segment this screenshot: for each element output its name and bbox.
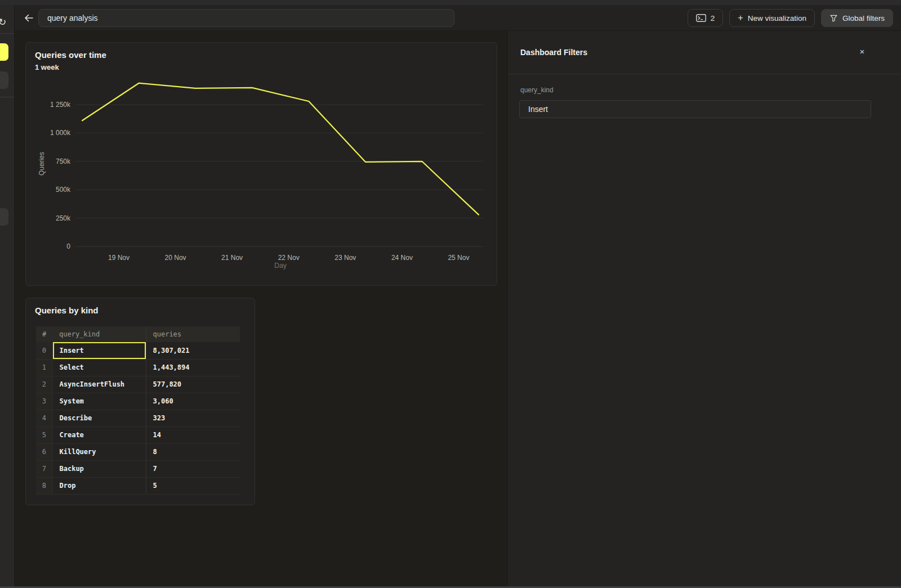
svg-text:Day: Day: [274, 262, 287, 270]
svg-text:21 Nov: 21 Nov: [221, 254, 243, 262]
dashboard-canvas: Queries over time 1 week 1 250k1 000k750…: [15, 31, 507, 588]
svg-text:24 Nov: 24 Nov: [391, 254, 413, 262]
row-index: 8: [36, 477, 52, 494]
query-kind-cell[interactable]: Drop: [52, 477, 146, 494]
row-index: 1: [36, 359, 52, 376]
queries-count-cell[interactable]: 14: [146, 427, 240, 443]
queries-count-cell[interactable]: 5: [146, 477, 240, 494]
query-kind-filter-label: query_kind: [520, 86, 554, 94]
query-kind-cell[interactable]: KillQuery: [52, 443, 146, 460]
table-row: 5Create14: [36, 427, 240, 443]
query-kind-filter-select[interactable]: Insert: [519, 100, 871, 118]
queries-by-kind-card[interactable]: Queries by kind # query_kind queries 0In…: [25, 298, 255, 505]
queries-count-cell[interactable]: 577,820: [146, 376, 240, 393]
svg-text:1 250k: 1 250k: [50, 101, 71, 109]
panel-divider: [508, 74, 901, 74]
top-bar: 2 + New visualization Global filters: [15, 5, 901, 31]
table-row: 6KillQuery8: [36, 443, 240, 460]
svg-text:750k: 750k: [56, 158, 71, 165]
table-row: 3System3,060: [36, 393, 240, 410]
query-kind-cell[interactable]: Backup: [52, 460, 146, 477]
chart-subtitle: 1 week: [35, 63, 59, 71]
column-header-queries[interactable]: queries: [146, 326, 240, 342]
query-kind-cell[interactable]: System: [52, 393, 146, 410]
queries-by-kind-table: # query_kind queries 0Insert8,307,0211Se…: [36, 326, 240, 495]
global-filters-label: Global filters: [842, 14, 885, 23]
table-title: Queries by kind: [35, 306, 99, 315]
row-index: 0: [36, 342, 52, 359]
dashboard-title-input[interactable]: [38, 9, 454, 27]
queries-over-time-chart: 1 250k1 000k750k500k250k019 Nov20 Nov21 …: [26, 43, 498, 286]
svg-text:Queries: Queries: [38, 152, 46, 176]
row-index: 2: [36, 376, 52, 393]
column-header-index[interactable]: #: [36, 326, 52, 342]
table-row: 2AsyncInsertFlush577,820: [36, 376, 240, 393]
svg-text:250k: 250k: [56, 214, 71, 222]
query-kind-cell[interactable]: Describe: [52, 410, 146, 427]
svg-text:23 Nov: 23 Nov: [334, 254, 356, 262]
query-kind-cell[interactable]: Select: [52, 359, 146, 376]
row-index: 7: [36, 460, 52, 477]
refresh-icon[interactable]: ↻: [0, 16, 9, 29]
sidebar-item-workspace-2[interactable]: [0, 71, 8, 89]
svg-text:0: 0: [66, 243, 70, 250]
row-index: 6: [36, 443, 52, 460]
funnel-icon: [829, 14, 838, 23]
console-count: 2: [711, 14, 715, 23]
terminal-window-icon: [696, 14, 706, 22]
table-row: 1Select1,443,894: [36, 359, 240, 376]
queries-count-cell[interactable]: 1,443,894: [146, 359, 240, 376]
queries-count-cell[interactable]: 7: [146, 460, 240, 477]
chart-title: Queries over time: [35, 50, 106, 60]
svg-text:22 Nov: 22 Nov: [278, 254, 300, 262]
top-bar-actions: 2 + New visualization Global filters: [688, 9, 893, 27]
sidebar-item-active-workspace[interactable]: [0, 43, 8, 61]
dashboard-filters-panel: Dashboard Filters × query_kind Insert: [507, 31, 901, 588]
queries-count-cell[interactable]: 8,307,021: [146, 342, 240, 359]
new-visualization-button[interactable]: + New visualization: [729, 9, 815, 27]
new-visualization-label: New visualization: [748, 14, 806, 23]
arrow-left-icon: [23, 12, 34, 24]
table-row: 0Insert8,307,021: [36, 342, 240, 359]
sql-console-button[interactable]: 2: [688, 9, 724, 27]
row-index: 5: [36, 427, 52, 443]
close-icon[interactable]: ×: [856, 46, 868, 58]
dashboard-app: ↻ 2 + New visualization: [0, 0, 901, 588]
svg-text:1 000k: 1 000k: [50, 129, 71, 137]
query-kind-cell[interactable]: AsyncInsertFlush: [52, 376, 146, 393]
table-row: 7Backup7: [36, 460, 240, 477]
window-top-edge: [0, 0, 901, 5]
row-index: 4: [36, 410, 52, 427]
global-filters-button[interactable]: Global filters: [821, 9, 893, 27]
table-row: 8Drop5: [36, 477, 240, 494]
queries-count-cell[interactable]: 323: [146, 410, 240, 427]
left-sidebar-rail: ↻: [0, 5, 15, 588]
svg-text:25 Nov: 25 Nov: [448, 254, 469, 262]
query-kind-cell-selected[interactable]: Insert: [52, 342, 146, 359]
plus-icon: +: [738, 13, 743, 23]
row-index: 3: [36, 393, 52, 410]
queries-count-cell[interactable]: 3,060: [146, 393, 240, 410]
table-row: 4Describe323: [36, 410, 240, 427]
svg-text:19 Nov: 19 Nov: [108, 254, 130, 262]
sidebar-divider: [0, 33, 15, 34]
query-kind-filter-value: Insert: [528, 105, 548, 114]
sidebar-divider: [0, 97, 15, 97]
query-kind-cell[interactable]: Create: [52, 427, 146, 443]
table-header: # query_kind queries: [36, 326, 240, 342]
queries-count-cell[interactable]: 8: [146, 443, 240, 460]
queries-over-time-card[interactable]: Queries over time 1 week 1 250k1 000k750…: [25, 42, 497, 286]
svg-text:20 Nov: 20 Nov: [165, 254, 186, 262]
back-button[interactable]: [20, 10, 38, 26]
svg-text:500k: 500k: [56, 186, 71, 194]
sidebar-item-workspace-3[interactable]: [0, 208, 8, 226]
column-header-query-kind[interactable]: query_kind: [52, 326, 146, 342]
filters-panel-title: Dashboard Filters: [520, 48, 587, 57]
